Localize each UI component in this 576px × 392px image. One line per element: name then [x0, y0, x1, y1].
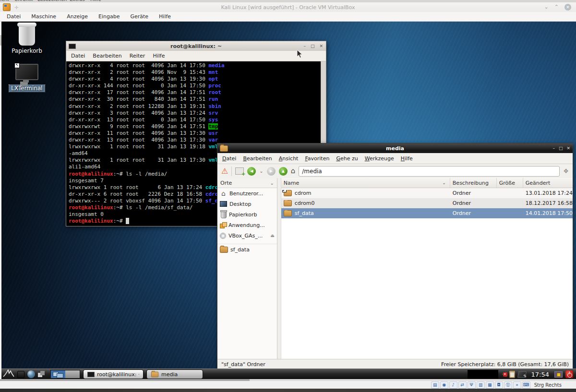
file-row-cdrom0[interactable]: cdrom0Ordner18.12.2017 16:58: [281, 198, 573, 208]
host-menu-item[interactable]: Lesezeichen: [37, 0, 67, 2]
terminal-menu-reiter[interactable]: Reiter: [130, 53, 145, 59]
places-item-sf_data[interactable]: sf_data: [217, 244, 277, 255]
separator: [231, 166, 232, 176]
file-manager-titlebar[interactable]: media – □ ✕: [217, 143, 573, 153]
audio-status-icon[interactable]: ♪: [449, 381, 457, 389]
maximize-button[interactable]: ⌃: [554, 4, 559, 11]
clock[interactable]: 17:54: [531, 371, 549, 378]
file-manager-menubar: DateiBearbeitenAnsichtFavoritenGehe zuWe…: [217, 153, 573, 164]
taskbar-task-media[interactable]: media: [146, 369, 203, 379]
shared-folders-status-icon[interactable]: ▥: [477, 381, 485, 389]
usb-status-icon[interactable]: Ψ: [468, 381, 476, 389]
file-row-sf_data[interactable]: sf_dataOrdner14.01.2018 17:50: [281, 208, 573, 218]
keyboard-status-icon[interactable]: ⌨: [522, 381, 530, 389]
path-input[interactable]: [299, 166, 560, 177]
kali-menu-button[interactable]: [3, 369, 14, 379]
fm-menu-hilfe[interactable]: Hilfe: [401, 155, 413, 162]
optical-disc-status-icon[interactable]: ◉: [440, 381, 448, 389]
eject-icon[interactable]: ⏏: [270, 233, 275, 238]
fm-menu-gehe-zu[interactable]: Gehe zu: [336, 155, 358, 162]
places-header[interactable]: Orte ⌄: [217, 178, 277, 188]
desktop-icon-trash[interactable]: Papierkorb: [4, 25, 50, 55]
terminal-line: drwxr-xr-x 2 root root 4096 Nov 9 15:43 …: [69, 69, 320, 76]
virtualbox-titlebar[interactable]: ✛ Kali Linux [wird ausgeführt] - Oracle …: [0, 2, 576, 12]
video-capture-status-icon[interactable]: ◘: [495, 381, 503, 389]
chevron-down-icon: ⌄: [270, 180, 274, 186]
terminal-menu-hilfe[interactable]: Hilfe: [153, 53, 165, 59]
history-dropdown[interactable]: ⌄: [259, 168, 263, 174]
host-menu-item[interactable]: Chronik: [14, 0, 33, 2]
clipboard-manager-icon[interactable]: [509, 371, 515, 378]
fm-menu-favoriten[interactable]: Favoriten: [305, 155, 329, 162]
location-tool-icon[interactable]: ❖: [563, 167, 569, 175]
power-button[interactable]: [565, 370, 573, 378]
vm-desktop: Papierkorb ↖ LXTerminal root@kalilinux: …: [0, 22, 576, 379]
column-header-größe[interactable]: Größe: [497, 178, 523, 188]
workspace-2[interactable]: [65, 370, 80, 378]
iconify-windows-icon[interactable]: [38, 371, 46, 378]
close-button[interactable]: ✕: [564, 4, 571, 11]
fm-menu-bearbeiten[interactable]: Bearbeiten: [243, 155, 272, 162]
home-button[interactable]: ⌂: [291, 167, 296, 175]
close-button[interactable]: ✕: [566, 146, 570, 151]
terminal-line: dr-xr-xr-x 144 root root 0 Jan 14 17:50 …: [69, 83, 320, 89]
minimize-button[interactable]: –: [552, 146, 555, 151]
column-header-label: Größe: [499, 180, 515, 186]
fm-menu-datei[interactable]: Datei: [222, 155, 236, 162]
places-item-anwendung[interactable]: Anwendung...: [217, 220, 277, 230]
terminal-menu-datei[interactable]: Datei: [71, 53, 85, 59]
column-header-geändert[interactable]: Geändert: [523, 178, 573, 188]
maximize-button[interactable]: □: [559, 146, 563, 151]
host-menu-item[interactable]: Hilfe: [90, 0, 101, 2]
workspace-switcher: [50, 370, 80, 379]
trash-icon: [19, 25, 35, 46]
places-item-papierkorb[interactable]: Papierkorb: [217, 209, 277, 220]
vbox-menu-geräte[interactable]: Geräte: [130, 13, 148, 20]
screenshot-tool-icon[interactable]: [517, 371, 527, 378]
forward-button[interactable]: ▶: [267, 167, 276, 176]
terminal-line: drwxr-xr-x 13 root root 4096 Jan 13 17:3…: [69, 137, 320, 143]
minimize-button[interactable]: –: [303, 44, 306, 48]
minimize-button[interactable]: ⌄: [544, 4, 549, 11]
column-header-beschreibung[interactable]: Beschreibung: [450, 178, 497, 188]
task-label: media: [161, 371, 178, 378]
fm-menu-werkzeuge[interactable]: Werkzeuge: [365, 155, 394, 162]
fm-menu-ansicht[interactable]: Ansicht: [279, 155, 299, 162]
file-name: sf_data: [295, 210, 314, 216]
host-menu-item[interactable]: Ansicht: [0, 0, 9, 2]
new-tab-button[interactable]: [235, 167, 244, 175]
lock-screen-icon[interactable]: [554, 371, 563, 378]
removable-media-icon[interactable]: [502, 371, 506, 377]
places-item-desktop[interactable]: Desktop: [217, 199, 277, 209]
workspace-1[interactable]: [51, 370, 65, 378]
display-status-icon[interactable]: ▦: [486, 381, 494, 389]
folder-icon: [284, 200, 292, 206]
network-status-icon[interactable]: ⇄: [458, 381, 467, 389]
mouse-integration-status-icon[interactable]: ⌖: [513, 381, 521, 389]
file-type-cell: Ordner: [450, 190, 497, 196]
vbox-menu-maschine[interactable]: Maschine: [31, 13, 56, 20]
vbox-menu-anzeige[interactable]: Anzeige: [67, 13, 88, 20]
places-item-benutzeror[interactable]: ⌂Benutzeror...: [217, 188, 277, 199]
pane-divider[interactable]: [277, 178, 281, 359]
taskbar-task-rootkalilinux[interactable]: root@kalilinux: ~: [83, 369, 144, 379]
terminal-titlebar[interactable]: root@kalilinux: ~ – □ ✕: [66, 41, 326, 51]
vbox-menu-hilfe[interactable]: Hilfe: [159, 13, 171, 20]
file-manager-launcher-icon[interactable]: [17, 371, 24, 378]
column-header-label: Beschreibung: [453, 180, 489, 186]
vbox-menu-eingabe[interactable]: Eingabe: [98, 13, 120, 20]
terminal-menu-bearbeiten[interactable]: Bearbeiten: [93, 53, 121, 59]
column-header-name[interactable]: Name⌄: [281, 178, 450, 188]
close-button[interactable]: ✕: [319, 44, 323, 48]
up-button[interactable]: ▲: [279, 167, 288, 176]
host-menu-item[interactable]: Extras: [70, 0, 85, 2]
harddisk-status-icon[interactable]: ▤: [431, 381, 439, 389]
features-status-icon[interactable]: Ⓥ: [504, 381, 512, 389]
maximize-button[interactable]: □: [311, 44, 315, 48]
file-row-cdrom[interactable]: ◤cdromOrdner13.01.2018 17:24: [281, 188, 573, 198]
back-button[interactable]: ◀: [247, 167, 256, 176]
places-item-vbox_gas_[interactable]: VBox_GAs_...⏏: [217, 230, 277, 241]
vbox-menu-datei[interactable]: Datei: [7, 13, 21, 20]
desktop-icon-lxterminal[interactable]: ↖ LXTerminal: [4, 64, 50, 92]
web-browser-launcher-icon[interactable]: [27, 370, 35, 378]
